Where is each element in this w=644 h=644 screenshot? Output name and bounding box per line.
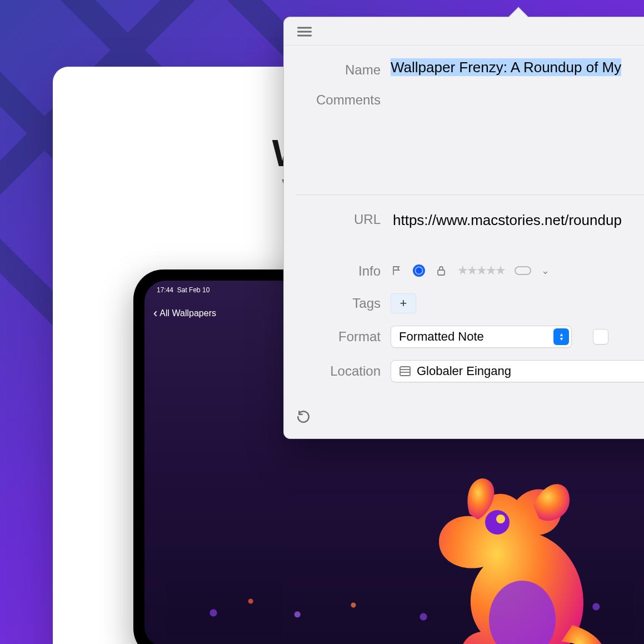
- name-value: Wallpaper Frenzy: A Roundup of My: [391, 58, 621, 76]
- name-field[interactable]: Wallpaper Frenzy: A Roundup of My: [391, 59, 644, 78]
- ipad-back-label: All Wallpapers: [159, 308, 216, 318]
- add-tag-button[interactable]: +: [391, 293, 416, 313]
- svg-point-0: [485, 510, 510, 535]
- ipad-status-bar: 17:44 Sat Feb 10: [157, 286, 209, 294]
- popover-toolbar: [284, 17, 644, 46]
- star-icon: ★: [467, 263, 476, 278]
- chevron-left-icon: ‹: [153, 307, 157, 319]
- comments-label: Comments: [284, 89, 383, 189]
- label-pill[interactable]: [515, 266, 531, 275]
- location-select[interactable]: Globaler Eingang: [391, 360, 644, 382]
- lock-icon[interactable]: [435, 264, 447, 277]
- star-icon: ★: [457, 263, 467, 278]
- divider: [296, 194, 644, 195]
- location-value: Globaler Eingang: [417, 364, 511, 378]
- list-view-icon[interactable]: [296, 25, 313, 38]
- format-select[interactable]: Formatted Note: [391, 326, 572, 348]
- info-label: Info: [284, 260, 383, 279]
- inbox-icon: [399, 365, 411, 377]
- format-checkbox[interactable]: [593, 329, 608, 345]
- star-icon: ★: [495, 263, 505, 278]
- url-label: URL: [284, 208, 383, 232]
- refresh-icon[interactable]: [296, 410, 311, 424]
- clip-inspector-popover: Name Wallpaper Frenzy: A Roundup of My C…: [283, 17, 644, 439]
- location-label: Location: [284, 360, 383, 382]
- kangaroo-illustration: [378, 447, 617, 644]
- flag-icon[interactable]: [391, 264, 403, 277]
- select-stepper-icon: [553, 328, 569, 345]
- name-label: Name: [284, 59, 383, 78]
- comments-field[interactable]: [391, 89, 644, 189]
- chevron-down-icon[interactable]: ⌄: [541, 264, 550, 277]
- svg-rect-13: [438, 270, 445, 275]
- format-value: Formatted Note: [399, 330, 484, 344]
- url-field[interactable]: https://www.macstories.net/roundup: [391, 208, 644, 232]
- format-label: Format: [284, 326, 383, 348]
- ipad-back-nav[interactable]: ‹ All Wallpapers: [153, 307, 216, 319]
- rating-stars[interactable]: ★ ★ ★ ★ ★: [457, 263, 505, 278]
- svg-rect-14: [400, 367, 410, 376]
- star-icon: ★: [476, 263, 486, 278]
- star-icon: ★: [486, 263, 495, 278]
- status-color-dot[interactable]: [413, 264, 425, 277]
- svg-point-1: [496, 515, 505, 523]
- tags-label: Tags: [284, 292, 383, 313]
